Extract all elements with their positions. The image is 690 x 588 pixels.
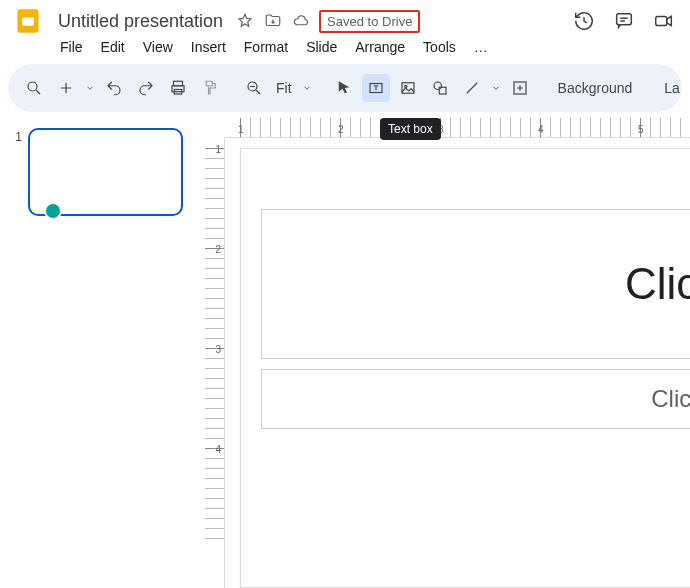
- svg-rect-5: [174, 81, 183, 86]
- search-menu-button[interactable]: [20, 74, 48, 102]
- zoom-dropdown[interactable]: [300, 74, 314, 102]
- paint-format-button[interactable]: [196, 74, 224, 102]
- subtitle-placeholder-text: Click to add subt: [651, 385, 690, 413]
- line-tool[interactable]: [458, 74, 486, 102]
- new-slide-button[interactable]: [52, 74, 80, 102]
- print-button[interactable]: [164, 74, 192, 102]
- tooltip-textbox: Text box: [380, 118, 441, 140]
- redo-button[interactable]: [132, 74, 160, 102]
- textbox-tool[interactable]: [362, 74, 390, 102]
- comments-icon[interactable]: [608, 5, 640, 37]
- collaborator-dot-icon: [44, 202, 62, 220]
- undo-button[interactable]: [100, 74, 128, 102]
- cloud-status-icon[interactable]: [291, 11, 311, 31]
- canvas-area: 123456 1234 Click to add Click to add su…: [195, 118, 690, 588]
- toolbar: Fit Background La Text box: [8, 64, 682, 112]
- menu-view[interactable]: View: [135, 35, 181, 59]
- slide-entry[interactable]: 1: [0, 128, 195, 216]
- header: Untitled presentation Saved to Drive Fil…: [0, 0, 690, 64]
- menu-tools[interactable]: Tools: [415, 35, 464, 59]
- ruler-vertical: 1234: [205, 138, 225, 588]
- menu-slide[interactable]: Slide: [298, 35, 345, 59]
- menu-edit[interactable]: Edit: [93, 35, 133, 59]
- version-history-icon[interactable]: [568, 5, 600, 37]
- svg-point-12: [434, 82, 442, 90]
- slides-logo[interactable]: [10, 3, 46, 39]
- main-area: 1 123456 1234 Click to add Click to add …: [0, 118, 690, 588]
- shape-tool[interactable]: [426, 74, 454, 102]
- menu-more[interactable]: …: [466, 35, 496, 59]
- save-status[interactable]: Saved to Drive: [319, 10, 420, 33]
- svg-rect-3: [656, 16, 667, 25]
- slide-thumbnail[interactable]: [28, 128, 183, 216]
- menu-arrange[interactable]: Arrange: [347, 35, 413, 59]
- select-tool[interactable]: [330, 74, 358, 102]
- menubar: File Edit View Insert Format Slide Arran…: [0, 36, 690, 64]
- menu-insert[interactable]: Insert: [183, 35, 234, 59]
- header-titlebar: Untitled presentation Saved to Drive: [0, 6, 690, 36]
- move-folder-icon[interactable]: [263, 11, 283, 31]
- add-comment-button[interactable]: [506, 74, 534, 102]
- star-icon[interactable]: [235, 11, 255, 31]
- image-tool[interactable]: [394, 74, 422, 102]
- title-placeholder-text: Click to add: [625, 259, 690, 309]
- ruler-horizontal: 123456: [225, 118, 690, 138]
- layout-button[interactable]: La: [656, 76, 688, 100]
- zoom-label[interactable]: Fit: [272, 80, 296, 96]
- slide-canvas[interactable]: Click to add Click to add subt: [240, 148, 690, 588]
- slide-viewport[interactable]: Click to add Click to add subt: [240, 148, 690, 588]
- menu-format[interactable]: Format: [236, 35, 296, 59]
- svg-rect-10: [402, 83, 414, 94]
- zoom-out-button[interactable]: [240, 74, 268, 102]
- new-slide-dropdown[interactable]: [84, 74, 96, 102]
- svg-rect-2: [617, 14, 632, 25]
- line-dropdown[interactable]: [490, 74, 502, 102]
- title-placeholder[interactable]: Click to add: [261, 209, 690, 359]
- background-button[interactable]: Background: [550, 76, 641, 100]
- menu-file[interactable]: File: [52, 35, 91, 59]
- slide-number: 1: [12, 128, 22, 144]
- svg-rect-1: [22, 18, 34, 26]
- doc-title[interactable]: Untitled presentation: [54, 9, 227, 34]
- subtitle-placeholder[interactable]: Click to add subt: [261, 369, 690, 429]
- video-call-icon[interactable]: [648, 5, 680, 37]
- filmstrip: 1: [0, 118, 195, 588]
- svg-point-4: [28, 82, 37, 91]
